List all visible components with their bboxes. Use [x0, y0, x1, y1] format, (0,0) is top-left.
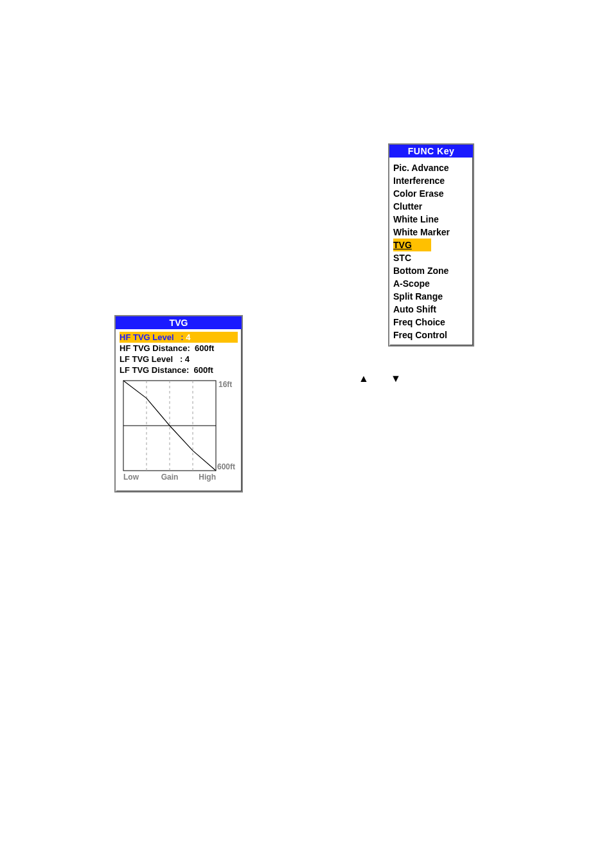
tvg-row-label: HF TVG Distance: [120, 343, 190, 354]
func-item-bottom-zone[interactable]: Bottom Zone [393, 264, 470, 277]
func-item-auto-shift[interactable]: Auto Shift [393, 303, 470, 316]
svg-text:Gain: Gain [161, 473, 179, 482]
tvg-row-value: 4 [182, 354, 190, 365]
svg-text:High: High [199, 473, 216, 482]
tvg-row-1[interactable]: HF TVG Distance: 600ft [120, 343, 238, 354]
func-item-clutter[interactable]: Clutter [393, 200, 470, 213]
up-arrow-icon: ▲ [359, 373, 369, 384]
tvg-row-0[interactable]: HF TVG Level : 4 [120, 332, 238, 343]
tvg-row-label: HF TVG Level : [120, 332, 184, 343]
func-item-interference[interactable]: Interference [393, 174, 470, 187]
tvg-row-value: 600ft [190, 343, 215, 354]
func-item-freq-control[interactable]: Freq Control [393, 329, 470, 341]
func-item-pic-advance[interactable]: Pic. Advance [393, 161, 470, 174]
tvg-row-value: 4 [184, 332, 191, 343]
tvg-dialog: TVG HF TVG Level : 4HF TVG Distance: 600… [114, 315, 243, 493]
svg-text:600ft: 600ft [217, 462, 235, 471]
tvg-row-label: LF TVG Distance: [120, 365, 189, 375]
tvg-row-3[interactable]: LF TVG Distance: 600ft [120, 365, 238, 375]
svg-text:16ft: 16ft [218, 380, 232, 389]
down-arrow-icon: ▼ [391, 373, 401, 384]
tvg-rows: HF TVG Level : 4HF TVG Distance: 600ftLF… [116, 329, 242, 378]
svg-text:Low: Low [123, 473, 139, 482]
func-item-stc[interactable]: STC [393, 251, 470, 264]
tvg-row-value: 600ft [189, 365, 213, 375]
tvg-chart: 16ft600ftLowGainHigh [120, 378, 238, 487]
func-item-tvg[interactable]: TVG [393, 239, 431, 251]
func-key-list: Pic. AdvanceInterferenceColor EraseClutt… [389, 158, 473, 345]
func-item-split-range[interactable]: Split Range [393, 290, 470, 303]
func-item-white-marker[interactable]: White Marker [393, 226, 470, 239]
tvg-row-label: LF TVG Level : [120, 354, 182, 365]
func-item-white-line[interactable]: White Line [393, 213, 470, 226]
func-item-freq-choice[interactable]: Freq Choice [393, 316, 470, 329]
func-key-menu: FUNC Key Pic. AdvanceInterferenceColor E… [388, 143, 474, 347]
page: FUNC Key Pic. AdvanceInterferenceColor E… [0, 0, 613, 868]
func-key-title: FUNC Key [389, 145, 473, 158]
tvg-row-2[interactable]: LF TVG Level : 4 [120, 354, 238, 365]
func-item-color-erase[interactable]: Color Erase [393, 187, 470, 200]
func-item-a-scope[interactable]: A-Scope [393, 277, 470, 290]
tvg-chart-svg: 16ft600ftLowGainHigh [120, 378, 238, 487]
tvg-dialog-title: TVG [116, 316, 242, 329]
